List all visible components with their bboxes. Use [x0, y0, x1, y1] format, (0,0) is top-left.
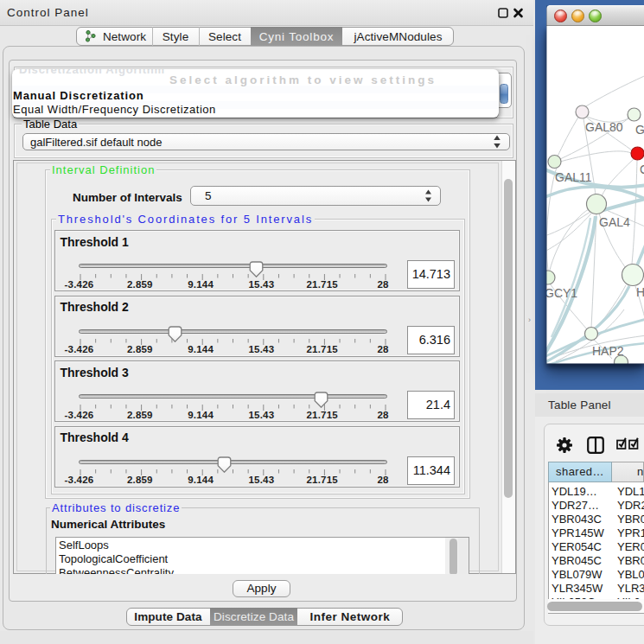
- svg-text:H: H: [636, 285, 644, 299]
- svg-text:GCY1: GCY1: [546, 286, 577, 300]
- svg-text:HAP2: HAP2: [592, 344, 624, 358]
- svg-text:GAL11: GAL11: [555, 170, 592, 184]
- svg-text:C: C: [640, 163, 644, 176]
- svg-text:GA: GA: [635, 123, 644, 137]
- svg-text:GAL4: GAL4: [599, 215, 630, 229]
- svg-text:GAL80: GAL80: [585, 120, 623, 134]
